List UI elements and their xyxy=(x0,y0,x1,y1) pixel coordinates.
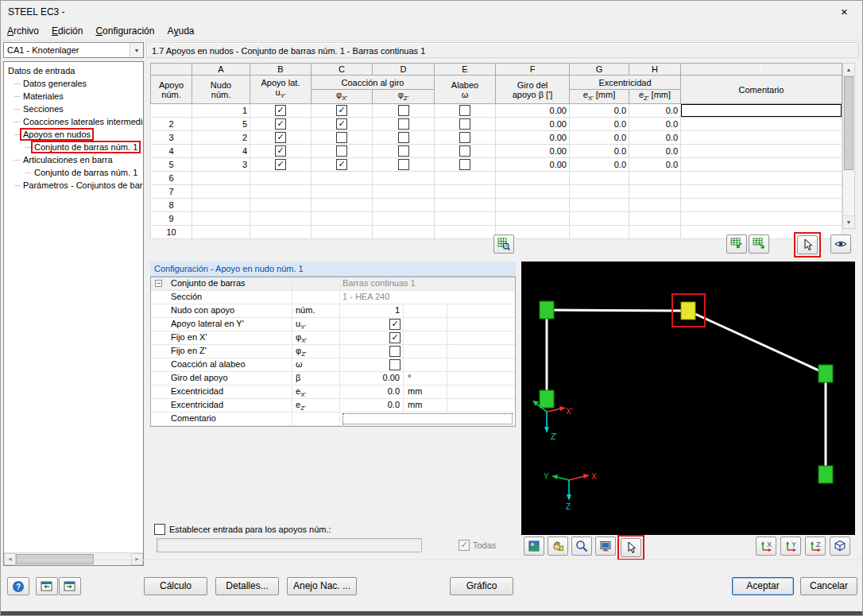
ez-cell[interactable] xyxy=(629,185,681,199)
phix-cell[interactable] xyxy=(312,199,373,212)
tree-item[interactable]: Secciones xyxy=(4,103,143,115)
col-letter-f[interactable]: F xyxy=(496,64,570,76)
uy-cell[interactable] xyxy=(250,212,312,226)
phix-checkbox[interactable] xyxy=(336,118,347,130)
uy-cell[interactable] xyxy=(250,131,312,145)
nudo-cell[interactable] xyxy=(192,172,250,185)
phix-cell[interactable] xyxy=(312,172,373,185)
nudo-cell[interactable]: 2 xyxy=(192,131,250,145)
comment-cell[interactable] xyxy=(681,158,842,172)
nudo-cell[interactable]: 5 xyxy=(192,118,250,131)
row-number[interactable]: 4 xyxy=(151,145,192,158)
ex-cell[interactable]: 0.0 xyxy=(570,145,629,158)
phiz-cell[interactable] xyxy=(373,118,435,131)
tree-item[interactable]: Articulaciones en barra xyxy=(4,153,143,166)
uy-cell[interactable] xyxy=(250,199,312,212)
omega-cell[interactable] xyxy=(435,185,496,199)
isometric-view-button[interactable] xyxy=(830,537,850,556)
beta-cell[interactable] xyxy=(496,185,570,199)
comment-cell[interactable] xyxy=(681,145,842,158)
phiz-cell[interactable] xyxy=(373,104,435,118)
calculo-button[interactable]: Cálculo xyxy=(144,577,207,595)
ex-cell[interactable] xyxy=(570,199,629,212)
uy-cell[interactable] xyxy=(250,118,312,131)
omega-cell[interactable] xyxy=(435,172,496,185)
beta-cell[interactable]: 0.00 xyxy=(496,118,570,131)
scroll-thumb[interactable] xyxy=(844,76,853,170)
col-letter-d[interactable]: D xyxy=(373,64,435,76)
ez-cell[interactable] xyxy=(629,172,681,185)
beta-cell[interactable] xyxy=(496,172,570,185)
phix-cell[interactable] xyxy=(312,104,373,118)
nudo-cell[interactable]: 1 xyxy=(192,104,250,118)
tree-item[interactable]: Parámetros - Conjuntos de bar xyxy=(4,179,143,192)
menu-item-archivo[interactable]: Archivo xyxy=(1,22,45,40)
scroll-up-button[interactable]: ▲ xyxy=(843,64,854,76)
row-number[interactable]: 3 xyxy=(151,131,192,145)
viewport-3d[interactable]: X' Z' X Y Z xyxy=(521,262,855,535)
omega-cell[interactable] xyxy=(435,104,496,118)
ex-cell[interactable] xyxy=(570,185,629,199)
tree-item[interactable]: Apoyos en nudos xyxy=(4,128,143,141)
omega-cell[interactable] xyxy=(435,145,496,158)
omega-checkbox[interactable] xyxy=(459,118,470,130)
cancelar-button[interactable]: Cancelar xyxy=(800,577,857,595)
comment-cell[interactable] xyxy=(681,104,842,118)
config-value[interactable]: 0.0 xyxy=(339,385,403,398)
omega-checkbox[interactable] xyxy=(459,105,470,116)
menu-item-ayuda[interactable]: Ayuda xyxy=(161,22,200,40)
comment-cell[interactable] xyxy=(681,172,842,185)
phiz-checkbox[interactable] xyxy=(398,105,409,116)
config-value[interactable]: 0.00 xyxy=(339,372,403,385)
close-button[interactable]: × xyxy=(826,1,862,22)
todas-checkbox[interactable] xyxy=(459,540,470,551)
nudo-cell[interactable] xyxy=(192,185,250,199)
uy-checkbox[interactable] xyxy=(275,118,286,130)
ez-cell[interactable]: 0.0 xyxy=(629,131,681,145)
comment-cell[interactable] xyxy=(681,185,842,199)
beta-cell[interactable]: 0.00 xyxy=(496,145,570,158)
display-options-button[interactable] xyxy=(595,537,616,556)
uy-checkbox[interactable] xyxy=(275,159,286,170)
beta-cell[interactable]: 0.00 xyxy=(496,158,570,172)
toggle-panel-left-button[interactable] xyxy=(36,577,58,595)
phix-cell[interactable] xyxy=(312,158,373,172)
table-import-button[interactable] xyxy=(726,234,747,254)
menu-item-edición[interactable]: Edición xyxy=(45,22,89,40)
omega-cell[interactable] xyxy=(435,118,496,131)
phiz-cell[interactable] xyxy=(373,145,435,158)
row-number[interactable]: 9 xyxy=(151,212,192,226)
scroll-down-button[interactable]: ▼ xyxy=(843,215,854,228)
pan-button[interactable] xyxy=(548,537,568,556)
window-resize-edge[interactable] xyxy=(1,611,862,615)
phiz-checkbox[interactable] xyxy=(398,159,409,170)
ex-cell[interactable]: 0.0 xyxy=(570,118,629,131)
phix-checkbox[interactable] xyxy=(336,159,347,170)
nudo-cell[interactable] xyxy=(192,199,250,212)
detalles-button[interactable]: Detalles... xyxy=(215,577,279,595)
menu-item-configuración[interactable]: Configuración xyxy=(89,22,161,40)
collapse-icon[interactable]: − xyxy=(155,280,162,287)
beta-cell[interactable]: 0.00 xyxy=(496,131,570,145)
config-checkbox[interactable] xyxy=(389,319,401,330)
ex-cell[interactable]: 0.0 xyxy=(570,104,629,118)
tree-item[interactable]: Datos generales xyxy=(4,77,143,90)
tree-item[interactable]: Conjunto de barras núm. 1 xyxy=(4,166,143,179)
view-y-button[interactable]: Y xyxy=(780,537,801,556)
omega-cell[interactable] xyxy=(435,131,496,145)
phix-cell[interactable] xyxy=(312,212,373,226)
uy-cell[interactable] xyxy=(250,158,312,172)
phix-cell[interactable] xyxy=(312,118,373,131)
col-letter-c[interactable]: C xyxy=(312,64,373,76)
tree-item[interactable]: Coacciones laterales intermedia xyxy=(4,115,143,128)
col-letter-g[interactable]: G xyxy=(570,64,629,76)
uy-cell[interactable] xyxy=(250,104,312,118)
tree-item[interactable]: Datos de entrada xyxy=(4,64,143,77)
ez-cell[interactable] xyxy=(629,199,681,212)
chevron-down-icon[interactable]: ▼ xyxy=(130,43,143,57)
row-number[interactable]: 6 xyxy=(151,172,192,185)
omega-checkbox[interactable] xyxy=(459,145,470,157)
ez-cell[interactable]: 0.0 xyxy=(629,118,681,131)
apply-supports-input[interactable] xyxy=(157,538,422,552)
pick-support-button[interactable] xyxy=(797,235,818,254)
